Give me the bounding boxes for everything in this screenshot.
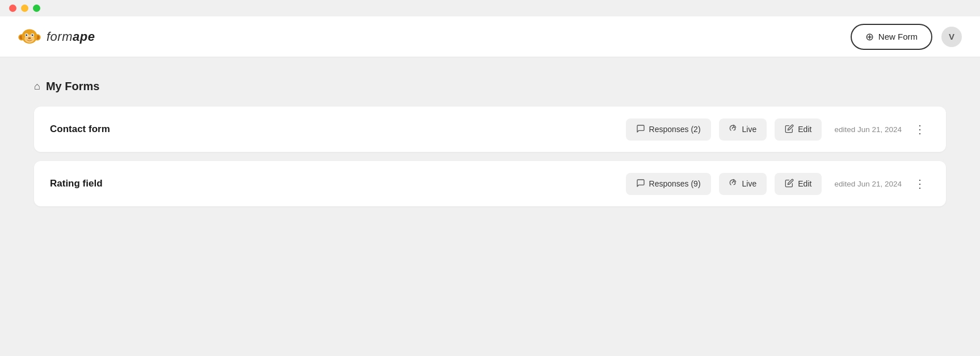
responses-icon: [636, 179, 645, 189]
form-card: Contact form Responses (2): [34, 107, 946, 152]
header: formape ⊕ New Form V: [0, 16, 980, 57]
responses-label: Responses (2): [649, 125, 701, 134]
title-bar: [0, 0, 980, 16]
form-actions: Responses (9) Live: [626, 173, 930, 195]
live-icon: [729, 179, 738, 189]
more-options-button[interactable]: ⋮: [910, 176, 930, 192]
minimize-button[interactable]: [21, 5, 28, 12]
logo-text: formape: [47, 29, 95, 44]
responses-button[interactable]: Responses (2): [626, 118, 711, 141]
header-right: ⊕ New Form V: [851, 24, 962, 50]
svg-point-9: [32, 34, 33, 36]
forms-list: Contact form Responses (2): [34, 107, 946, 206]
edited-date: edited Jun 21, 2024: [834, 180, 902, 188]
section-header: ⌂ My Forms: [34, 80, 946, 93]
responses-label: Responses (9): [649, 179, 701, 188]
responses-icon: [636, 124, 645, 135]
edit-icon: [785, 124, 794, 135]
close-button[interactable]: [9, 5, 16, 12]
form-actions: Responses (2) Live: [626, 118, 930, 141]
more-icon: ⋮: [914, 124, 926, 135]
svg-point-14: [30, 37, 31, 38]
monkey-logo-icon: [18, 26, 41, 48]
svg-point-10: [27, 34, 27, 35]
responses-button[interactable]: Responses (9): [626, 173, 711, 195]
more-options-button[interactable]: ⋮: [910, 121, 930, 137]
main-content: ⌂ My Forms Contact form Responses (2): [0, 57, 980, 351]
section-title-text: My Forms: [46, 80, 99, 93]
plus-icon: ⊕: [865, 31, 874, 43]
edit-label: Edit: [798, 125, 811, 134]
more-icon: ⋮: [914, 178, 926, 189]
maximize-button[interactable]: [33, 5, 40, 12]
live-icon: [729, 124, 738, 135]
edit-icon: [785, 179, 794, 189]
new-form-label: New Form: [878, 32, 918, 41]
live-button[interactable]: Live: [719, 173, 767, 195]
avatar[interactable]: V: [941, 27, 962, 47]
edit-button[interactable]: Edit: [775, 118, 822, 141]
live-label: Live: [742, 125, 757, 134]
avatar-initials: V: [949, 32, 954, 41]
form-card: Rating field Responses (9): [34, 161, 946, 206]
form-name: Contact form: [50, 124, 163, 135]
edited-date: edited Jun 21, 2024: [834, 125, 902, 134]
live-button[interactable]: Live: [719, 118, 767, 141]
logo[interactable]: formape: [18, 26, 95, 48]
svg-point-11: [32, 34, 33, 35]
svg-point-8: [26, 34, 27, 36]
live-label: Live: [742, 179, 757, 188]
edit-label: Edit: [798, 179, 811, 188]
svg-point-13: [28, 37, 29, 38]
svg-point-12: [28, 37, 31, 39]
new-form-button[interactable]: ⊕ New Form: [851, 24, 932, 50]
form-name: Rating field: [50, 178, 163, 189]
edit-button[interactable]: Edit: [775, 173, 822, 195]
home-icon: ⌂: [34, 80, 40, 92]
